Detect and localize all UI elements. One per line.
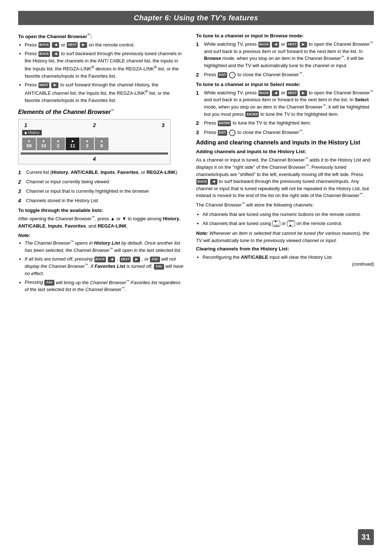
store-list: All channels that are tuned using the nu… <box>203 211 374 227</box>
press-label: Press <box>25 51 38 56</box>
next-btn2: NEXT <box>287 90 298 96</box>
exit-round-icon2: ○ <box>229 130 236 136</box>
enter-btn2: ENTER <box>218 120 231 126</box>
list-item: Press NEXT to surf forward through the c… <box>25 81 185 104</box>
next-btn-note: NEXT <box>120 257 131 262</box>
left-arrow-note <box>108 257 115 262</box>
press-label: Press <box>25 42 38 48</box>
left-arrow-icon <box>52 42 59 48</box>
elements-numbered-list: 1 Current list (History, ANT/CABLE, Inpu… <box>18 169 185 205</box>
two-column-layout: To open the Channel Browser™: Press BACK… <box>18 33 374 296</box>
browse-mode-steps: 1 While watching TV, press BACK or NEXT … <box>196 41 374 79</box>
num-list-item-1: 1 Current list (History, ANT/CABLE, Inpu… <box>18 169 185 176</box>
fav-btn-note: FAV <box>150 257 160 262</box>
step-text: While watching TV, press BACK or NEXT to… <box>204 89 374 118</box>
ch-icon: ■ <box>24 139 34 143</box>
clearing-title: Clearing channels from the History List: <box>196 246 374 252</box>
note-item-2: If all lists are turned off, pressing BA… <box>25 255 185 277</box>
step-text: Press EXIT ○ to close the Channel Browse… <box>204 129 304 136</box>
back-btn: BACK <box>258 42 270 48</box>
page: Chapter 6: Using the TV's features To op… <box>0 0 392 556</box>
left-arrow2 <box>272 90 279 96</box>
chapter-header: Chapter 6: Using the TV's features <box>18 11 374 25</box>
note-item-1: The Channel Browser™ opens in History Li… <box>25 240 185 254</box>
adding-channels-text: As a channel or input is tuned, the Chan… <box>196 156 374 199</box>
ch-num: 11 <box>70 143 75 148</box>
browse-mode-title: To tune to a channel or input in Browse … <box>196 33 374 38</box>
next-button-icon: NEXT <box>67 42 78 48</box>
toggle-title: To toggle through the available lists: <box>18 208 185 213</box>
right-arrow-icon <box>80 42 87 48</box>
step-number: 2 <box>196 71 202 79</box>
next-btn: NEXT <box>287 42 298 48</box>
ch-icon: ■ <box>38 139 49 143</box>
back-btn2: BACK <box>258 90 270 96</box>
chapter-title: Chapter 6: Using the TV's features <box>134 14 258 22</box>
history-bar-label: ◆ History <box>22 130 42 135</box>
clearing-item-1: Reconfiguring the ANT/CABLE input will c… <box>203 254 374 267</box>
back-button-icon2: BACK <box>38 51 50 57</box>
select-mode-steps: 1 While watching TV, press BACK or NEXT … <box>196 89 374 137</box>
back-btn-note: BACK <box>94 257 106 262</box>
left-column: To open the Channel Browser™: Press BACK… <box>18 33 185 296</box>
item-text: Channel or input that is currently highl… <box>26 188 149 195</box>
step-item-3: 3 Press EXIT ○ to close the Channel Brow… <box>196 129 374 136</box>
press-label: Press <box>25 82 38 87</box>
step-text: While watching TV, press BACK or NEXT to… <box>204 41 374 69</box>
step-number: 1 <box>196 41 202 69</box>
note-section: Note: The Channel Browser™ opens in Hist… <box>18 233 185 293</box>
left-arrow <box>272 42 279 48</box>
diagram-bottom-bar <box>21 152 168 155</box>
clearing-list: Reconfiguring the ANT/CABLE input will c… <box>203 254 374 267</box>
item-number: 3 <box>18 188 24 195</box>
num-list-item-4: 4 Channels stored in the History List <box>18 197 185 205</box>
note-bold-text: Note: Whenever an item is selected that … <box>196 230 374 244</box>
item-number: 2 <box>18 178 24 186</box>
ch-icon: ■ <box>53 139 64 143</box>
toggle-text: After opening the Channel Browser™, pres… <box>18 215 185 229</box>
ch-icon: ■ <box>67 139 78 143</box>
right-arrow-note <box>133 257 140 262</box>
diagram-top-labels: 1 2 3 <box>21 122 168 130</box>
exit-btn: EXIT <box>218 72 227 78</box>
fav-btn-note2: FAV <box>154 264 164 270</box>
channel-box-10: ■ 10 <box>37 138 50 150</box>
ch-num: 8 <box>100 143 103 148</box>
fav-btn-note3: FAV <box>44 280 54 286</box>
item-number: 1 <box>18 169 24 176</box>
step-number: 1 <box>196 89 202 118</box>
channel-box-11-highlighted: ■ 11 <box>66 138 79 150</box>
step-number: 2 <box>196 119 202 127</box>
exit-round-icon: ○ <box>229 72 236 78</box>
back-button-icon: BACK <box>38 42 50 48</box>
adding-channels-title: Adding channels and inputs to the Histor… <box>196 149 374 154</box>
elements-section-title: Elements of the Channel Browser™ <box>18 109 185 115</box>
step-item-2: 2 Press EXIT ○ to close the Channel Brow… <box>196 71 374 79</box>
left-arrow-icon2 <box>52 51 59 57</box>
item-text: Channels stored in the History List <box>26 197 98 205</box>
ch-num: 10 <box>41 143 46 148</box>
step-item-1: 1 While watching TV, press BACK or NEXT … <box>196 41 374 69</box>
diagram-history-bar-row: ◆ History <box>21 130 168 136</box>
next-button-icon2: NEXT <box>38 82 49 88</box>
right-arrow-icon2 <box>51 82 58 88</box>
store-item-1: All channels that are tuned using the nu… <box>203 211 374 218</box>
note-title: Note: <box>18 233 185 238</box>
ch-num: 2 <box>57 143 59 148</box>
left-arrow3 <box>210 179 217 185</box>
list-item: Press BACK to surf backward through the … <box>25 50 185 79</box>
diagram-label-4: 4 <box>21 156 168 162</box>
step-item-2: 2 Press ENTER to tune the TV to the high… <box>196 119 374 127</box>
step-number: 3 <box>196 129 202 136</box>
adding-section-title: Adding and clearing channels and inputs … <box>196 139 374 146</box>
select-mode-title: To tune to a channel or input in Select … <box>196 82 374 87</box>
step-text: Press ENTER to tune the TV to the highli… <box>204 119 311 127</box>
item-text: Channel or input currently being viewed <box>26 178 109 186</box>
right-arrow2 <box>300 90 307 96</box>
store-item-2: All channels that are tuned using ▲CH or… <box>203 220 374 227</box>
num-list-item-3: 3 Channel or input that is currently hig… <box>18 188 185 195</box>
open-browser-title: To open the Channel Browser™: <box>18 33 185 39</box>
channel-box-2: ■ 2 <box>51 138 65 150</box>
step-item-1: 1 While watching TV, press BACK or NEXT … <box>196 89 374 118</box>
item-number: 4 <box>18 197 24 205</box>
